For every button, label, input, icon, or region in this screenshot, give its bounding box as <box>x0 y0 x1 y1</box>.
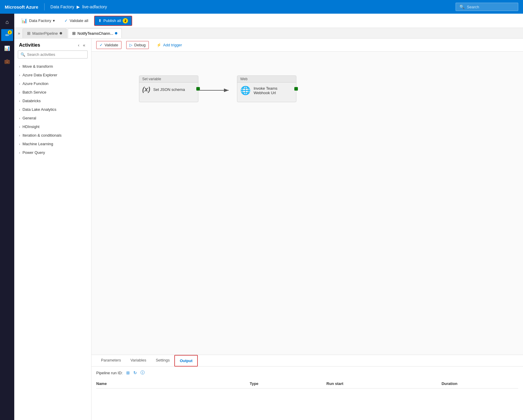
data-factory-label: Data Factory <box>29 18 51 23</box>
briefcase-icon: 💼 <box>4 59 10 64</box>
node-web-body: 🌐 Invoke Teams Webhook Url <box>237 83 296 98</box>
chevron-batch-service: › <box>19 91 20 94</box>
search-input[interactable] <box>467 5 514 9</box>
col-type: Type <box>250 381 326 386</box>
tab-bar: » ⊞ MasterPipeline ⊞ NotifyTeamsChann... <box>14 28 523 39</box>
tab-parameters[interactable]: Parameters <box>96 355 126 366</box>
activity-label-general: General <box>23 116 36 120</box>
node-set-variable-body: (x) Set JSON schema <box>139 83 198 96</box>
sidebar-item-home[interactable]: ⌂ <box>1 16 13 28</box>
activity-group-azure-data-explorer[interactable]: › Azure Data Explorer <box>14 71 91 79</box>
tab-notify-teams[interactable]: ⊞ NotifyTeamsChann... <box>68 29 122 38</box>
collapse-btn[interactable]: ‹ <box>77 42 81 48</box>
tab-settings[interactable]: Settings <box>151 355 174 366</box>
node-set-variable[interactable]: Set variable (x) Set JSON schema <box>139 75 198 102</box>
activity-label-power-query: Power Query <box>23 150 45 155</box>
activity-label-azure-data-explorer: Azure Data Explorer <box>23 73 57 77</box>
activities-header: Activities ‹ « <box>14 39 91 50</box>
col-duration: Duration <box>442 381 518 386</box>
validate-all-btn[interactable]: ✓ Validate all <box>61 17 92 25</box>
top-bar-separator <box>44 3 45 10</box>
breadcrumb-chevron: ▶ <box>77 4 80 9</box>
node-set-variable-connector-right <box>196 87 200 91</box>
activity-group-general[interactable]: › General <box>14 114 91 122</box>
chevron-azure-function: › <box>19 82 20 86</box>
activity-group-databricks[interactable]: › Databricks <box>14 97 91 105</box>
search-activities-input[interactable] <box>27 52 85 57</box>
add-trigger-btn[interactable]: ⚡ Add trigger <box>154 41 185 49</box>
validate-all-label: Validate all <box>69 18 88 23</box>
search-icon: 🔍 <box>459 4 464 9</box>
collapse-all-btn[interactable]: « <box>82 42 86 48</box>
data-factory-btn[interactable]: 📊 Data Factory ▾ <box>18 16 59 25</box>
tab-output[interactable]: Output <box>174 355 198 367</box>
trigger-icon: ⚡ <box>157 43 161 47</box>
bottom-content: Pipeline run ID: ⊞ ↻ ⓘ Name Type Run sta… <box>91 367 523 420</box>
activity-group-azure-function[interactable]: › Azure Function <box>14 79 91 88</box>
activity-label-move-transform: Move & transform <box>23 64 53 69</box>
sidebar-item-manage[interactable]: 💼 <box>1 55 13 67</box>
pipeline-run-row: Pipeline run ID: ⊞ ↻ ⓘ <box>96 370 518 375</box>
chevron-iteration-conditionals: › <box>19 134 20 137</box>
chevron-machine-learning: › <box>19 142 20 146</box>
validate-btn[interactable]: ✓ Validate <box>96 41 121 49</box>
node-set-variable-label: Set JSON schema <box>153 87 185 92</box>
activity-group-hdinsight[interactable]: › HDInsight <box>14 122 91 131</box>
tab-master-pipeline[interactable]: ⊞ MasterPipeline <box>23 29 67 38</box>
activity-group-data-lake-analytics[interactable]: › Data Lake Analytics <box>14 105 91 114</box>
sidebar-item-edit[interactable]: ✏ 2 <box>1 29 13 41</box>
activity-group-move-transform[interactable]: › Move & transform <box>14 62 91 71</box>
breadcrumb: Data Factory ▶ live-adfactory <box>50 4 107 9</box>
chevron-hdinsight: › <box>19 125 20 129</box>
activities-search-box[interactable]: 🔍 <box>18 50 88 59</box>
tab-expand-btn[interactable]: » <box>17 30 21 37</box>
activity-group-power-query[interactable]: › Power Query <box>14 148 91 157</box>
icon-sidebar: ⌂ ✏ 2 📊 💼 <box>0 14 14 420</box>
tab-variables[interactable]: Variables <box>126 355 151 366</box>
tab-dot-1 <box>60 32 62 34</box>
tab-label-2: NotifyTeamsChann... <box>78 31 113 36</box>
chevron-data-lake-analytics: › <box>19 108 20 111</box>
activity-label-batch-service: Batch Service <box>23 90 46 94</box>
activity-group-machine-learning[interactable]: › Machine Learning <box>14 140 91 148</box>
debug-btn[interactable]: ▷ Debug <box>126 41 149 49</box>
bottom-tabs: Parameters Variables Settings Output <box>91 355 523 367</box>
publish-all-label: Publish all <box>103 18 121 23</box>
debug-play-icon: ▷ <box>129 43 132 47</box>
app-layout: ⌂ ✏ 2 📊 💼 📊 Data Factory ▾ ✓ Validate al… <box>0 14 523 420</box>
activity-group-iteration-conditionals[interactable]: › Iteration & conditionals <box>14 131 91 140</box>
activities-title: Activities <box>19 42 40 48</box>
edit-badge: 2 <box>8 30 12 34</box>
refresh-btn[interactable]: ↻ <box>133 370 137 375</box>
toolbar: 📊 Data Factory ▾ ✓ Validate all ⬆ Publis… <box>14 14 523 28</box>
dropdown-chevron-icon: ▾ <box>53 18 55 23</box>
node-web[interactable]: Web 🌐 Invoke Teams Webhook Url <box>237 75 296 102</box>
monitor-icon: 📊 <box>4 45 10 51</box>
set-variable-icon: (x) <box>142 86 150 93</box>
chevron-azure-data-explorer: › <box>19 73 20 77</box>
activity-label-machine-learning: Machine Learning <box>23 142 53 146</box>
col-run-start: Run start <box>326 381 442 386</box>
node-web-header: Web <box>237 76 296 83</box>
add-trigger-label: Add trigger <box>163 43 182 47</box>
search-activities-icon: 🔍 <box>20 52 25 57</box>
chevron-general: › <box>19 116 20 120</box>
canvas-area: ✓ Validate ▷ Debug ⚡ Add trigger <box>91 39 523 420</box>
pipeline-canvas[interactable]: Set variable (x) Set JSON schema <box>91 52 523 355</box>
sidebar-item-monitor[interactable]: 📊 <box>1 42 13 54</box>
pipeline-arrow <box>199 86 235 95</box>
table-header: Name Type Run start Duration <box>96 379 518 389</box>
search-box[interactable]: 🔍 <box>456 3 518 11</box>
copy-run-id-btn[interactable]: ⊞ <box>126 370 130 375</box>
node-web-label: Invoke Teams Webhook Url <box>254 86 277 95</box>
tab-dot-2 <box>115 32 117 34</box>
activities-controls: ‹ « <box>77 42 86 48</box>
info-btn[interactable]: ⓘ <box>140 370 145 375</box>
activity-group-batch-service[interactable]: › Batch Service <box>14 88 91 97</box>
node-web-connector-right <box>294 87 298 91</box>
brand-title: Microsoft Azure <box>5 4 38 10</box>
bottom-panel: Parameters Variables Settings Output Pip… <box>91 355 523 420</box>
publish-all-btn[interactable]: ⬆ Publish all 2 <box>94 16 132 26</box>
validate-label: Validate <box>105 43 118 47</box>
pipeline-icon-2: ⊞ <box>72 31 76 36</box>
